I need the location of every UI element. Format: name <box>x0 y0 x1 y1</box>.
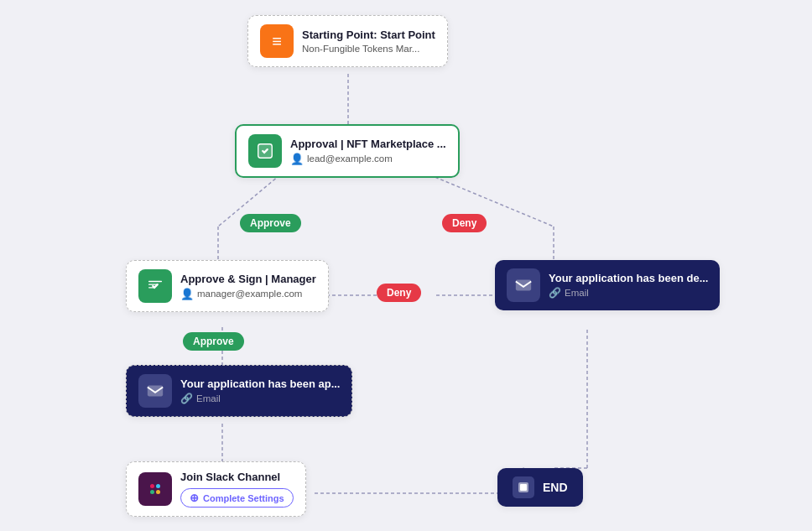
approved-email-content: Your application has been ap... 🔗 Email <box>180 377 340 404</box>
workflow-canvas: Approve Deny Deny Approve ≡ Starting Poi… <box>0 0 812 531</box>
denied-email-title: Your application has been de... <box>549 272 708 284</box>
approved-email-title: Your application has been ap... <box>180 377 340 390</box>
start-node[interactable]: ≡ Starting Point: Start Point Non-Fungib… <box>247 15 448 67</box>
approval-email: 👤 lead@example.com <box>290 153 446 165</box>
start-icon: ≡ <box>260 24 294 58</box>
approve-sign-content: Approve & Sign | Manager 👤 manager@examp… <box>180 273 316 300</box>
approve-sign-node[interactable]: Approve & Sign | Manager 👤 manager@examp… <box>126 260 329 312</box>
approved-email-label: 🔗 Email <box>180 393 340 404</box>
approve-sign-icon <box>138 269 172 303</box>
approved-email-node[interactable]: Your application has been ap... 🔗 Email <box>126 365 352 417</box>
approval-node[interactable]: Approval | NFT Marketplace ... 👤 lead@ex… <box>235 124 460 178</box>
approval-content: Approval | NFT Marketplace ... 👤 lead@ex… <box>290 138 446 165</box>
deny-badge-top: Deny <box>442 214 487 232</box>
denied-email-node[interactable]: Your application has been de... 🔗 Email <box>495 260 720 310</box>
approve-badge-bottom: Approve <box>183 332 244 351</box>
slack-content: Join Slack Channel ⊕ Complete Settings <box>180 471 294 508</box>
svg-point-19 <box>150 490 154 494</box>
end-node[interactable]: END <box>497 468 583 507</box>
denied-email-label: 🔗 Email <box>549 287 708 299</box>
svg-point-18 <box>156 484 160 488</box>
deny-badge-middle: Deny <box>377 284 421 302</box>
end-icon <box>513 476 534 498</box>
start-content: Starting Point: Start Point Non-Fungible… <box>302 29 435 54</box>
approve-sign-email: 👤 manager@example.com <box>180 288 316 300</box>
approve-badge-top: Approve <box>240 214 301 232</box>
slack-title: Join Slack Channel <box>180 471 294 483</box>
slack-icon <box>138 472 172 506</box>
approve-sign-title: Approve & Sign | Manager <box>180 273 316 285</box>
end-title: END <box>543 481 568 494</box>
start-title: Starting Point: Start Point <box>302 29 435 41</box>
svg-point-20 <box>156 490 160 494</box>
svg-point-17 <box>150 484 154 488</box>
complete-settings-button[interactable]: ⊕ Complete Settings <box>180 488 294 508</box>
svg-rect-15 <box>516 280 531 291</box>
denied-email-icon <box>507 268 540 302</box>
approval-icon <box>248 134 282 168</box>
slack-node[interactable]: Join Slack Channel ⊕ Complete Settings <box>126 461 306 517</box>
approval-title: Approval | NFT Marketplace ... <box>290 138 446 150</box>
start-subtitle: Non-Fungible Tokens Mar... <box>302 44 435 54</box>
svg-rect-16 <box>148 386 163 397</box>
complete-settings-icon: ⊕ <box>190 492 199 504</box>
denied-email-content: Your application has been de... 🔗 Email <box>549 272 708 299</box>
approved-email-icon <box>138 374 172 408</box>
svg-rect-22 <box>520 484 527 491</box>
